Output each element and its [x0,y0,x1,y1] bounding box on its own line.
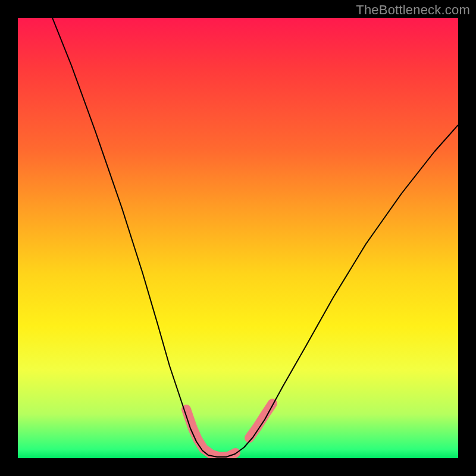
plot-svg [18,18,458,458]
highlight-right-segment [249,403,273,438]
bottleneck-curve [52,18,458,457]
watermark-text: TheBottleneck.com [356,2,470,18]
chart-frame: TheBottleneck.com [0,0,476,476]
highlight-group [186,403,273,457]
plot-area [18,18,458,458]
highlight-left-segment [186,409,236,457]
